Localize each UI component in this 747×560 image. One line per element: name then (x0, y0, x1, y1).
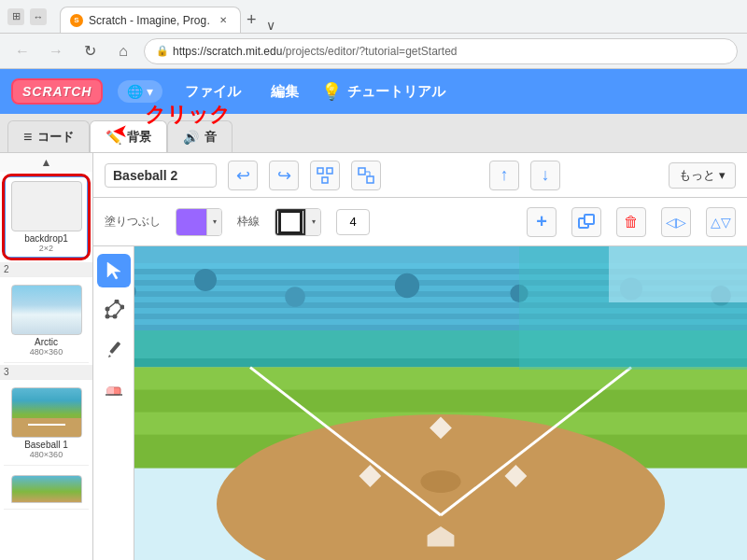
svg-rect-2 (322, 177, 328, 183)
reshape-tool-button[interactable] (97, 293, 131, 327)
browser-addressbar: ← → ↻ ⌂ 🔒 https://scratch.mit.edu/projec… (0, 34, 747, 69)
backdrop-thumbnail-4 (11, 475, 82, 503)
forward-button[interactable]: → (43, 38, 69, 64)
canvas[interactable] (134, 246, 747, 560)
backdrop-size-3: 480×360 (30, 450, 63, 459)
redo-button[interactable]: ↪ (269, 161, 299, 190)
fill-color-swatch[interactable] (176, 209, 206, 235)
more-button[interactable]: もっと ▾ (669, 162, 736, 189)
new-tab-button[interactable]: + (241, 7, 262, 33)
backdrop-sidebar: ▲ backdrop1 2×2 2 Arctic 480×360 3 Baseb… (0, 153, 93, 560)
paint-toolbar-mid: 塗りつぶし ▾ 枠線 ▾ + 🗑 ◁▷ △▽ (93, 198, 747, 246)
svg-rect-4 (367, 176, 374, 183)
move-up-button[interactable]: ↑ (489, 161, 519, 190)
canvas-container (93, 246, 747, 560)
svg-rect-0 (317, 168, 323, 174)
svg-point-32 (285, 287, 305, 307)
svg-marker-17 (108, 355, 111, 357)
address-input[interactable]: 🔒 https://scratch.mit.edu/projects/edito… (144, 38, 738, 64)
svg-marker-9 (107, 262, 120, 279)
scratch-header: SCRATCH 🌐 ▾ ファイル 編集 💡 チュートリアル (0, 69, 747, 114)
editor-tab-row: ≡ コード ✏️ 背景 🔊 音 クリック ➤ (0, 114, 747, 153)
stroke-color-control[interactable]: ▾ (275, 208, 321, 236)
backdrop-thumbnail-1 (11, 181, 82, 231)
backdrops-icon: ✏️ (106, 130, 121, 145)
edit-menu-button[interactable]: 編集 (263, 79, 306, 105)
tab-sounds[interactable]: 🔊 音 (167, 120, 233, 152)
backdrop-size-1: 2×2 (39, 244, 53, 253)
backdrop-number-2: 2 (0, 262, 92, 277)
move-down-button[interactable]: ↓ (530, 161, 560, 190)
window-icon2: ↔ (30, 8, 47, 25)
refresh-button[interactable]: ↻ (77, 38, 103, 64)
tab-favicon: S (70, 14, 83, 27)
fill-label: 塗りつぶし (105, 214, 161, 230)
backdrop-item-4[interactable] (4, 469, 89, 510)
svg-point-11 (105, 315, 109, 319)
fill-color-dropdown[interactable]: ▾ (206, 209, 221, 235)
tutorial-button[interactable]: 💡 チュートリアル (321, 81, 445, 102)
backdrop-size-2: 480×360 (30, 347, 63, 357)
backdrop-name-input[interactable] (105, 163, 217, 188)
stroke-color-swatch[interactable] (275, 209, 305, 235)
backdrop-name-2: Arctic (35, 337, 58, 347)
lock-icon: 🔒 (156, 45, 169, 57)
language-dropdown-icon: ▾ (147, 84, 153, 99)
tools-column (93, 246, 134, 560)
stroke-label: 枠線 (237, 214, 260, 230)
tab-code[interactable]: ≡ コード (7, 120, 90, 152)
clone-button[interactable] (571, 207, 601, 237)
svg-rect-8 (585, 215, 594, 224)
pencil-tool-button[interactable] (97, 332, 131, 366)
canvas-content (134, 246, 747, 560)
more-dropdown-icon: ▾ (719, 168, 726, 182)
backdrop-item-1[interactable]: backdrop1 2×2 (4, 175, 89, 259)
backdrop-name-3: Baseball 1 (24, 440, 68, 450)
language-button[interactable]: 🌐 ▾ (118, 80, 162, 103)
fill-color-control[interactable]: ▾ (176, 208, 222, 236)
backdrop-thumbnail-2 (11, 285, 82, 335)
svg-point-31 (194, 269, 217, 291)
paint-area: ↩ ↪ ↑ ↓ もっと ▾ 塗りつぶし (93, 153, 747, 560)
backdrop-item-3[interactable]: Baseball 1 480×360 (4, 382, 89, 466)
flip-vertical-button[interactable]: △▽ (706, 207, 736, 237)
svg-rect-40 (134, 368, 747, 390)
back-button[interactable]: ← (9, 38, 35, 64)
group-button[interactable] (310, 161, 340, 190)
url-display: https://scratch.mit.edu/projects/editor/… (173, 45, 458, 58)
ungroup-button[interactable] (351, 161, 381, 190)
scratch-logo: SCRATCH (11, 78, 103, 105)
browser-titlebar: ⊞ ↔ S Scratch - Imagine, Prog… ✕ + ∨ (0, 0, 747, 34)
delete-button[interactable]: 🗑 (616, 207, 646, 237)
active-tab[interactable]: S Scratch - Imagine, Prog… ✕ (60, 7, 241, 33)
undo-button[interactable]: ↩ (228, 161, 258, 190)
tab-title: Scratch - Imagine, Prog… (89, 14, 210, 27)
tab-dropdown[interactable]: ∨ (262, 18, 279, 33)
tab-bar: S Scratch - Imagine, Prog… ✕ + ∨ (60, 0, 279, 33)
svg-rect-16 (109, 342, 120, 354)
backdrop-number-3: 3 (0, 365, 92, 380)
svg-rect-3 (359, 168, 365, 175)
backdrop-thumbnail-3 (11, 387, 82, 438)
backdrop-name-1: backdrop1 (24, 233, 68, 244)
svg-point-12 (105, 307, 109, 312)
flip-horizontal-button[interactable]: ◁▷ (661, 207, 691, 237)
stroke-color-dropdown[interactable]: ▾ (305, 209, 320, 235)
file-menu-button[interactable]: ファイル (177, 79, 248, 105)
sounds-icon: 🔊 (183, 130, 199, 145)
svg-rect-51 (609, 246, 747, 302)
tab-close-button[interactable]: ✕ (216, 13, 231, 28)
select-tool-button[interactable] (97, 254, 131, 287)
eraser-tool-button[interactable] (97, 371, 131, 405)
tab-backdrops[interactable]: ✏️ 背景 (90, 120, 167, 152)
stroke-size-input[interactable] (336, 209, 370, 235)
home-button[interactable]: ⌂ (110, 38, 136, 64)
bulb-icon: 💡 (321, 81, 342, 102)
backdrop-item-2[interactable]: Arctic 480×360 (4, 279, 89, 363)
add-button[interactable]: + (527, 207, 557, 237)
window-icon: ⊞ (7, 8, 24, 25)
code-icon: ≡ (23, 129, 32, 146)
svg-point-15 (112, 315, 117, 319)
globe-icon: 🌐 (127, 84, 143, 99)
scroll-up-arrow[interactable]: ▲ (0, 153, 92, 172)
